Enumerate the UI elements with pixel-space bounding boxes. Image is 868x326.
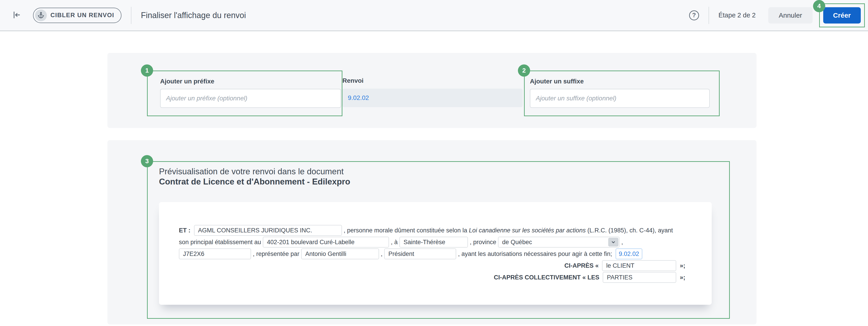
doc-line-4: CI-APRÈS « »; (179, 260, 698, 271)
segment-comma-2: , (381, 251, 383, 258)
ci-apres-label: CI-APRÈS « (564, 262, 600, 269)
target-renvoi-button[interactable]: CIBLER UN RENVOI (33, 8, 121, 23)
et-label: ET : (179, 227, 192, 234)
province-selected-value: de Québec (502, 239, 532, 246)
preview-document-title: Contrat de Licence et d'Abonnement - Edi… (159, 176, 729, 187)
prefix-label: Ajouter un préfixe (160, 77, 342, 85)
renvoi-readonly-value: 9.02.02 (342, 89, 523, 107)
segment-province: , province (470, 239, 496, 246)
segment-autorisations: , ayant les autorisations nécessaires po… (458, 251, 614, 258)
callout-badge-3: 3 (141, 155, 153, 167)
cancel-button[interactable]: Annuler (768, 7, 812, 24)
role-input[interactable] (384, 249, 456, 259)
address-input[interactable] (263, 237, 389, 248)
collapse-panel-button[interactable] (12, 10, 21, 20)
preview-panel: 3 Prévisualisation de votre renvoi dans … (107, 140, 756, 324)
ci-apres-collectivement-label: CI-APRÈS COLLECTIVEMENT « LES (494, 274, 601, 281)
renvoi-column: Renvoi 9.02.02 (342, 70, 523, 107)
segment-etablissement: son principal établissement au (179, 239, 261, 246)
callout-badge-2: 2 (518, 64, 530, 77)
segment-comma: , (621, 239, 623, 246)
doc-line-1: ET : , personne morale dûment constituée… (179, 225, 698, 236)
header-actions: ? Étape 2 de 2 Annuler 4 Créer (689, 3, 865, 27)
anchor-icon (35, 9, 47, 21)
client-designation-input[interactable] (602, 260, 676, 271)
collapse-left-icon (12, 10, 21, 20)
header-bar: CIBLER UN RENVOI Finaliser l'affichage d… (0, 0, 868, 31)
prefix-input[interactable] (160, 89, 341, 108)
help-icon: ? (692, 12, 696, 19)
renvoi-reference-chip[interactable]: 9.02.02 (616, 249, 642, 259)
city-input[interactable] (399, 237, 468, 248)
preview-heading: Prévisualisation de votre renvoi dans le… (159, 166, 729, 176)
doc-line-5: CI-APRÈS COLLECTIVEMENT « LES »; (179, 271, 698, 283)
segment-lrc: (L.R.C. (1985), ch. C-44), ayant (586, 227, 673, 234)
suffix-label: Ajouter un suffixe (530, 77, 719, 85)
chevron-down-icon (608, 238, 618, 247)
doc-line-3: , représentée par , , ayant les autorisa… (179, 248, 698, 260)
callout-badge-4: 4 (813, 0, 825, 12)
province-select[interactable]: de Québec (498, 237, 619, 248)
create-callout-box: 4 Créer (819, 3, 865, 27)
segment-representee: , représentée par (253, 251, 300, 258)
law-name-italic: Loi canadienne sur les sociétés par acti… (469, 227, 586, 234)
parties-designation-input[interactable] (603, 272, 676, 283)
closing-guillemet-2: »; (678, 274, 685, 281)
prefix-callout-box: 1 Ajouter un préfixe (147, 70, 342, 116)
header-divider-left (131, 7, 131, 24)
help-button[interactable]: ? (689, 10, 699, 20)
doc-line-2: son principal établissement au , à , pro… (179, 236, 698, 248)
document-preview: ET : , personne morale dûment constituée… (159, 202, 712, 305)
preview-callout-box: 3 Prévisualisation de votre renvoi dans … (147, 161, 730, 319)
segment-a: , à (391, 239, 398, 246)
page-title: Finaliser l'affichage du renvoi (141, 11, 246, 20)
company-name-input[interactable] (194, 225, 342, 236)
app: { "header": { "title": "Finaliser l'affi… (0, 0, 868, 326)
create-button[interactable]: Créer (823, 7, 861, 24)
representative-input[interactable] (301, 249, 379, 259)
suffix-input[interactable] (530, 89, 710, 108)
suffix-callout-box: 2 Ajouter un suffixe (524, 70, 720, 116)
renvoi-settings-panel: 1 Ajouter un préfixe Renvoi 9.02.02 2 Aj… (107, 53, 756, 128)
target-renvoi-label: CIBLER UN RENVOI (51, 12, 114, 19)
header-divider-right (709, 7, 709, 24)
step-indicator: Étape 2 de 2 (718, 11, 755, 19)
postal-code-input[interactable] (179, 249, 251, 259)
renvoi-label: Renvoi (342, 77, 523, 85)
closing-guillemet-1: »; (678, 262, 685, 269)
callout-badge-1: 1 (141, 64, 153, 77)
segment-personne-morale: , personne morale dûment constituée selo… (344, 227, 469, 234)
